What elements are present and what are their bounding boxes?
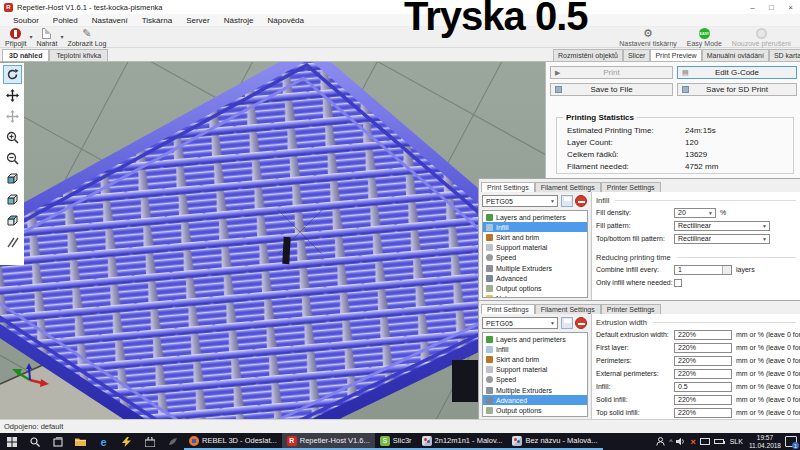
- edge-browser-button[interactable]: e: [92, 433, 115, 450]
- default-extrusion-input[interactable]: 220%: [674, 330, 732, 340]
- combine-infill-input[interactable]: 1: [674, 265, 732, 275]
- volume-icon[interactable]: [676, 437, 686, 446]
- category-skirt[interactable]: Skirt and brim: [483, 354, 587, 364]
- clock[interactable]: 19:57 11.04.2018: [749, 434, 781, 449]
- category-support[interactable]: Support material: [483, 365, 587, 375]
- close-button[interactable]: ×: [781, 0, 800, 14]
- taskbar-app-repetier[interactable]: R Repetier-Host V1.6...: [282, 433, 375, 450]
- tab-manual-control[interactable]: Manuální ovládání: [702, 49, 769, 61]
- connect-button[interactable]: ▾ Připojit: [0, 27, 31, 47]
- menu-napoveda[interactable]: Nápověda: [261, 14, 311, 27]
- print-button[interactable]: ▶ Print: [550, 66, 673, 79]
- category-output[interactable]: Output options: [483, 283, 587, 293]
- zoom-out-button[interactable]: [3, 149, 22, 168]
- pinned-app-button[interactable]: [161, 433, 184, 450]
- delete-profile-icon[interactable]: [575, 195, 587, 207]
- tab-print-settings[interactable]: Print Settings: [481, 304, 535, 314]
- store-button[interactable]: [138, 433, 161, 450]
- emergency-stop-button[interactable]: Nouzové přerušení: [727, 27, 796, 47]
- start-button[interactable]: [0, 433, 23, 450]
- category-notes[interactable]: Notes: [483, 294, 587, 299]
- move-viewpoint-button[interactable]: [3, 107, 22, 126]
- action-center-icon[interactable]: 1: [785, 436, 797, 447]
- fill-density-input[interactable]: 20▼: [674, 208, 716, 218]
- top-view-button[interactable]: [3, 212, 22, 231]
- save-sd-button[interactable]: Save for SD Print: [677, 83, 797, 96]
- first-layer-input[interactable]: 220%: [674, 343, 732, 353]
- delete-profile-icon[interactable]: [575, 317, 587, 329]
- top-solid-infill-input[interactable]: 220%: [674, 408, 732, 418]
- taskbar-app-paint2[interactable]: Bez názvu - Malová...: [507, 433, 602, 450]
- profile-select[interactable]: PETG05▼: [482, 195, 558, 207]
- category-infill[interactable]: Infill: [483, 344, 587, 354]
- category-advanced[interactable]: Advanced: [483, 273, 587, 283]
- load-button[interactable]: ▾ Nahrát: [31, 27, 62, 47]
- minimize-button[interactable]: –: [743, 0, 762, 14]
- front-view-button[interactable]: [3, 191, 22, 210]
- menu-server[interactable]: Server: [179, 14, 217, 27]
- category-extruders[interactable]: Multiple Extruders: [483, 385, 587, 395]
- category-output[interactable]: Output options: [483, 405, 587, 415]
- isometric-view-button[interactable]: [3, 170, 22, 189]
- tab-print-preview[interactable]: Print Preview: [650, 49, 701, 61]
- category-advanced[interactable]: Advanced: [483, 395, 587, 405]
- easy-mode-button[interactable]: EASY Easy Mode: [682, 27, 727, 47]
- category-speed[interactable]: Speed: [483, 253, 587, 263]
- edit-gcode-button[interactable]: ▤ Edit G-Code: [677, 66, 797, 79]
- category-layers[interactable]: Layers and perimeters: [483, 212, 587, 222]
- file-explorer-button[interactable]: [69, 433, 92, 450]
- maximize-button[interactable]: □: [762, 0, 781, 14]
- fit-view-button[interactable]: [3, 233, 22, 252]
- tab-printer-settings[interactable]: Printer Settings: [601, 304, 661, 314]
- move-object-button[interactable]: [3, 86, 22, 105]
- category-infill[interactable]: Infill: [483, 222, 587, 232]
- tab-sd-card[interactable]: SD karta: [769, 49, 800, 61]
- perimeters-input[interactable]: 220%: [674, 356, 732, 366]
- category-support[interactable]: Support material: [483, 243, 587, 253]
- taskbar-app-firefox[interactable]: REBEL 3D - Odeslat...: [184, 433, 282, 450]
- taskbar-app-slic3r[interactable]: S Slic3r: [375, 433, 417, 450]
- save-profile-icon[interactable]: [561, 195, 573, 207]
- language-indicator[interactable]: SLK: [728, 438, 745, 445]
- tab-3d-view[interactable]: 3D náhled: [2, 49, 49, 61]
- zoom-in-button[interactable]: [3, 128, 22, 147]
- tab-filament-settings[interactable]: Filament Settings: [535, 182, 601, 192]
- menu-soubor[interactable]: Soubor: [6, 14, 46, 27]
- tab-object-placement[interactable]: Rozmístění objektů: [553, 49, 623, 61]
- battery-icon[interactable]: [714, 439, 724, 444]
- tab-filament-settings[interactable]: Filament Settings: [535, 304, 601, 314]
- category-layers[interactable]: Layers and perimeters: [483, 334, 587, 344]
- search-button[interactable]: [23, 433, 46, 450]
- category-notes[interactable]: Notes: [483, 416, 587, 418]
- flash-app-button[interactable]: [115, 433, 138, 450]
- external-perimeters-input[interactable]: 220%: [674, 369, 732, 379]
- tab-print-settings[interactable]: Print Settings: [481, 182, 535, 192]
- taskbar-app-paint1[interactable]: 2n12m1n1 - Malov...: [417, 433, 508, 450]
- task-view-button[interactable]: [46, 433, 69, 450]
- only-infill-checkbox[interactable]: [674, 279, 682, 287]
- rotate-view-button[interactable]: [3, 65, 22, 84]
- antivirus-icon[interactable]: ×: [690, 437, 695, 447]
- save-to-file-button[interactable]: Save to File: [550, 83, 673, 96]
- profile-select[interactable]: PETG05▼: [482, 317, 558, 329]
- menu-nastaveni[interactable]: Nastavení: [85, 14, 135, 27]
- printer-settings-button[interactable]: ⚙ Nastavení tiskárny: [614, 27, 682, 47]
- menu-tiskarna[interactable]: Tiskárna: [135, 14, 179, 27]
- display-icon[interactable]: [700, 438, 710, 445]
- solid-infill-input[interactable]: 220%: [674, 395, 732, 405]
- category-skirt[interactable]: Skirt and brim: [483, 232, 587, 242]
- top-bottom-pattern-select[interactable]: Rectilinear▼: [674, 234, 770, 244]
- save-profile-icon[interactable]: [561, 317, 573, 329]
- tab-slicer[interactable]: Slicer: [623, 49, 651, 61]
- category-speed[interactable]: Speed: [483, 375, 587, 385]
- menu-nastroje[interactable]: Nástroje: [217, 14, 261, 27]
- fill-pattern-select[interactable]: Rectilinear▼: [674, 221, 770, 231]
- category-extruders[interactable]: Multiple Extruders: [483, 263, 587, 273]
- people-icon[interactable]: [656, 437, 665, 446]
- tab-printer-settings[interactable]: Printer Settings: [601, 182, 661, 192]
- tab-temperature-curve[interactable]: Teplotní křivka: [49, 49, 108, 61]
- hidden-icons-chevron[interactable]: ^: [669, 438, 672, 445]
- infill-width-input[interactable]: 0.5: [674, 382, 732, 392]
- menu-pohled[interactable]: Pohled: [46, 14, 85, 27]
- 3d-viewport[interactable]: [0, 62, 545, 420]
